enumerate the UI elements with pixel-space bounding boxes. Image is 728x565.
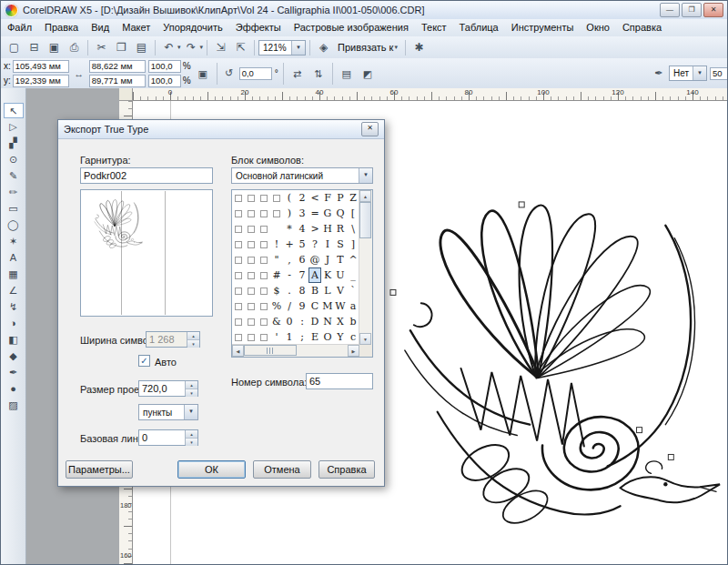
- char-cell[interactable]: ?: [308, 237, 321, 252]
- char-cell[interactable]: =: [308, 206, 321, 221]
- options-button[interactable]: ✱: [410, 39, 429, 56]
- char-checkbox[interactable]: [245, 283, 258, 298]
- char-cell[interactable]: a: [347, 298, 359, 314]
- char-cell[interactable]: c: [347, 329, 359, 345]
- ok-button[interactable]: ОК: [177, 460, 246, 479]
- lock-ratio-button[interactable]: ▣: [194, 65, 212, 83]
- char-checkbox[interactable]: [270, 190, 283, 206]
- scale-x-field[interactable]: 100,0: [148, 60, 181, 73]
- char-cell[interactable]: 4: [296, 221, 308, 237]
- char-cell[interactable]: b: [347, 314, 359, 329]
- char-cell[interactable]: :: [296, 314, 308, 329]
- outline-width-combo[interactable]: Нет ▼: [669, 66, 707, 81]
- menu-item[interactable]: Упорядочить: [157, 20, 228, 35]
- ellipse-tool[interactable]: ◯: [4, 217, 24, 233]
- mirror-vertical-button[interactable]: ⇅: [309, 65, 328, 83]
- char-cell[interactable]: 1: [283, 329, 296, 345]
- char-cell[interactable]: @: [308, 252, 321, 267]
- char-checkbox[interactable]: [232, 206, 245, 221]
- dialog-close-button[interactable]: ✕: [361, 122, 379, 136]
- dialog-title-bar[interactable]: Экспорт True Type ✕: [58, 120, 384, 139]
- char-cell[interactable]: (: [283, 190, 296, 206]
- app-launcher-icon[interactable]: ◈: [314, 39, 333, 56]
- char-checkbox[interactable]: [258, 206, 270, 221]
- char-checkbox[interactable]: [270, 206, 283, 221]
- char-cell[interactable]: V: [334, 283, 347, 298]
- char-checkbox[interactable]: [245, 298, 258, 314]
- char-cell[interactable]: /: [283, 298, 296, 314]
- char-checkbox[interactable]: [245, 329, 258, 345]
- scroll-down-button[interactable]: ▼: [359, 333, 371, 345]
- char-checkbox[interactable]: [232, 252, 245, 267]
- eyedropper-tool[interactable]: ◆: [4, 348, 24, 364]
- pick-tool[interactable]: ↖: [4, 103, 24, 118]
- object-width-field[interactable]: 88,622 мм: [89, 60, 146, 73]
- units-combo[interactable]: пункты ▼: [138, 404, 198, 420]
- scrollbar-thumb[interactable]: [359, 202, 371, 238]
- char-cell[interactable]: -: [283, 267, 296, 283]
- menu-item[interactable]: Таблица: [453, 20, 505, 35]
- rectangle-tool[interactable]: ▭: [4, 201, 24, 217]
- char-cell[interactable]: 8: [296, 283, 308, 298]
- snap-to-dropdown[interactable]: Привязать к ▾: [334, 42, 401, 53]
- dimension-tool[interactable]: ∠: [4, 283, 24, 298]
- char-checkbox[interactable]: [258, 221, 270, 237]
- char-checkbox[interactable]: [232, 329, 245, 345]
- char-cell[interactable]: U: [334, 267, 347, 283]
- spin-down-icon[interactable]: ▾: [187, 340, 199, 348]
- char-checkbox[interactable]: [245, 206, 258, 221]
- options-button[interactable]: Параметры...: [66, 460, 133, 479]
- menu-item[interactable]: Вид: [85, 20, 116, 35]
- char-cell[interactable]: ]: [347, 237, 359, 252]
- undo-dropdown-arrow[interactable]: ▾: [177, 44, 181, 51]
- scrollbar-thumb[interactable]: [244, 345, 297, 356]
- char-cell[interactable]: Y: [334, 329, 347, 345]
- menu-item[interactable]: Справка: [616, 20, 668, 35]
- char-cell[interactable]: C: [308, 298, 321, 314]
- cancel-button[interactable]: Отмена: [253, 460, 311, 479]
- char-cell[interactable]: J: [321, 252, 334, 267]
- char-cell[interactable]: G: [321, 206, 334, 221]
- char-checkbox[interactable]: [258, 252, 270, 267]
- menu-item[interactable]: Растровые изображения: [288, 20, 415, 35]
- char-checkbox[interactable]: [232, 298, 245, 314]
- menu-item[interactable]: Правка: [38, 20, 85, 35]
- menu-item[interactable]: Макет: [116, 20, 157, 35]
- char-cell[interactable]: D: [308, 314, 321, 329]
- char-checkbox[interactable]: [258, 267, 270, 283]
- char-cell[interactable]: O: [321, 329, 334, 345]
- char-cell[interactable]: R: [334, 221, 347, 237]
- char-checkbox[interactable]: [258, 283, 270, 298]
- spin-down-icon[interactable]: ▾: [186, 439, 197, 446]
- char-checkbox[interactable]: [232, 237, 245, 252]
- open-button[interactable]: ⊟: [25, 39, 44, 56]
- char-cell[interactable]: \: [347, 221, 359, 237]
- wrap-text-button[interactable]: ▤: [338, 65, 356, 83]
- undo-button[interactable]: ↶: [159, 39, 178, 56]
- char-cell[interactable]: X: [334, 314, 347, 329]
- close-button[interactable]: ✕: [703, 3, 723, 17]
- char-checkbox[interactable]: [245, 221, 258, 237]
- char-cell[interactable]: F: [321, 190, 334, 206]
- object-height-field[interactable]: 89,771 мм: [89, 75, 146, 87]
- char-cell[interactable]: .: [283, 283, 296, 298]
- char-checkbox[interactable]: [258, 190, 270, 206]
- char-cell[interactable]: &: [270, 314, 283, 329]
- char-cell[interactable]: ): [283, 206, 296, 221]
- outline-pen-tool[interactable]: ✒: [4, 365, 24, 380]
- char-cell[interactable]: Q: [334, 206, 347, 221]
- char-checkbox[interactable]: [232, 190, 245, 206]
- zoom-tool[interactable]: ⊙: [4, 152, 24, 167]
- export-button[interactable]: ⇱: [231, 39, 250, 56]
- char-cell[interactable]: M: [321, 298, 334, 314]
- blend-tool[interactable]: ◑: [4, 316, 24, 331]
- char-cell[interactable]: ,: [283, 252, 296, 267]
- char-cell[interactable]: _: [347, 267, 359, 283]
- print-button[interactable]: ⎙: [65, 39, 84, 56]
- text-tool[interactable]: A: [4, 250, 24, 266]
- transparency-tool[interactable]: ◧: [4, 332, 24, 348]
- scroll-left-button[interactable]: ◀: [232, 345, 244, 357]
- char-cell[interactable]: ': [270, 329, 283, 345]
- char-checkbox[interactable]: [258, 329, 270, 345]
- char-cell[interactable]: 7: [296, 267, 308, 283]
